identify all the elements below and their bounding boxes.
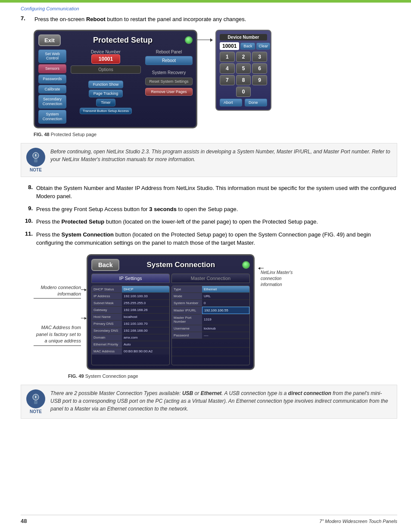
kp-bottom-row: Abort Done — [220, 99, 267, 106]
kp-key-4[interactable]: 4 — [220, 63, 235, 74]
sc-row-gateway: Gateway 192.168.168.26 — [92, 307, 169, 314]
tab-master-connection[interactable]: Master Connection — [171, 274, 250, 283]
kp-key-6[interactable]: 6 — [252, 63, 267, 74]
kp-key-1[interactable]: 1 — [220, 52, 235, 62]
kp-key-5[interactable]: 5 — [236, 63, 251, 74]
tab-ip-settings[interactable]: IP Settings — [91, 274, 170, 283]
sidebar-calibrate[interactable]: Calibrate — [38, 85, 66, 94]
sidebar-secondary[interactable]: Secondary Connection — [38, 95, 66, 109]
sc-header: Back System Connection — [91, 259, 250, 271]
sc-label-secdns: Secondary DNS — [92, 327, 122, 334]
step-9-text: Press the grey Front Setup Access button… — [36, 205, 238, 214]
modero-label-block: Modero connection information — [34, 284, 81, 299]
ps-timer[interactable]: Timer — [96, 99, 115, 106]
arrow-head — [210, 38, 213, 42]
sc-tabs: IP Settings Master Connection — [91, 274, 250, 283]
sc-label-sysnum: System Number — [172, 300, 202, 306]
sc-row-empty1 — [172, 339, 249, 348]
ps-page-tracking[interactable]: Page Tracking — [89, 90, 123, 97]
sc-label-hostname: Host Name — [92, 314, 122, 320]
step-8-num: 8. — [21, 184, 33, 190]
kp-key-7[interactable]: 7 — [220, 75, 235, 85]
sc-row-username: Username locknub — [172, 325, 249, 332]
sc-label-ip: IP Address — [92, 293, 122, 299]
ps-title: Protected Setup — [64, 36, 181, 45]
kp-back-btn[interactable]: Back — [240, 43, 255, 50]
ps-remove-user[interactable]: Remove User Pages — [145, 88, 193, 96]
sc-value-masterip: 192.100.100.55 — [202, 307, 249, 314]
protected-setup-panel: Exit Protected Setup Set Web Control Sen… — [34, 30, 197, 128]
note-text-1: Before continuing, open NetLinx Studio 2… — [50, 148, 392, 172]
step-11: 11. Press the System Connection button (… — [21, 230, 397, 247]
sc-title: System Connection — [123, 261, 239, 269]
netlinx-label: NetLinx Master's connection information — [258, 270, 302, 288]
note-icon-1 — [26, 148, 45, 167]
note-box-2: NOTE There are 2 possible Master Connect… — [21, 385, 397, 419]
footer-page-num: 48 — [21, 518, 27, 524]
kp-key-2[interactable]: 2 — [236, 52, 251, 62]
sc-label-domain: Domain — [92, 334, 122, 341]
sidebar-set-web[interactable]: Set Web Control — [38, 50, 66, 63]
note2-svg-icon — [30, 393, 42, 405]
sc-row-type: Type Ethernet — [172, 286, 249, 293]
ps-reboot-label: Reboot Panel — [145, 50, 193, 54]
kp-key-3[interactable]: 3 — [252, 52, 267, 62]
sc-label-username: Username — [172, 325, 202, 332]
sc-back-button[interactable]: Back — [91, 259, 119, 271]
kp-key-9[interactable]: 9 — [252, 75, 267, 85]
modero-label-line — [34, 298, 81, 299]
ps-exit-button[interactable]: Exit — [38, 34, 61, 46]
left-arrows — [81, 254, 87, 337]
sc-row-primarydns: Primary DNS 192.100.100.70 — [92, 320, 169, 327]
step-9-num: 9. — [21, 205, 33, 212]
sc-labels-left: Modero connection information MAC Addres… — [34, 254, 81, 346]
ps-options[interactable]: Options — [71, 65, 141, 74]
kp-done-btn[interactable]: Done — [245, 99, 267, 106]
sc-ip-settings: DHCP Status DHCP IP Address 192.100.100.… — [91, 286, 170, 365]
ps-reboot-btn[interactable]: Reboot — [145, 56, 193, 65]
step-9: 9. Press the grey Front Setup Access but… — [21, 205, 397, 214]
ps-sysrec-label: System Recovery — [145, 70, 193, 75]
ps-transmit[interactable]: Transmit Button Setup Access — [80, 108, 132, 114]
ps-device-input[interactable]: 10001 — [91, 54, 120, 64]
kp-abort-btn[interactable]: Abort — [220, 99, 242, 106]
sc-row-password: Password ---- — [172, 332, 249, 339]
sc-label-primarydns: Primary DNS — [92, 320, 122, 327]
sc-row-dhcp: DHCP Status DHCP — [92, 286, 169, 293]
sc-row-masterport: Master Port Number 1319 — [172, 314, 249, 325]
arrow-to-keypad — [197, 38, 213, 42]
sc-label-password: Password — [172, 332, 202, 339]
kp-key-8[interactable]: 8 — [236, 75, 251, 85]
sc-label-masterip: Master IP/URL — [172, 307, 202, 314]
ps-functions: Function Show Page Tracking Timer Transm… — [71, 81, 141, 114]
ps-status-dot — [185, 36, 193, 44]
sc-value-hostname: localhost — [122, 314, 169, 320]
mac-label: MAC Address from panel is factory set to… — [34, 324, 81, 344]
fig49-caption: FIG. 49 System Connection page — [68, 373, 397, 379]
step-7: 7. Press the on-screen Reboot button to … — [21, 15, 397, 24]
steps-list: 8. Obtain the System Number and Master I… — [21, 184, 397, 247]
step-10-num: 10. — [21, 218, 33, 224]
footer-product: 7" Modero Widescreen Touch Panels — [319, 519, 397, 524]
ps-sidebar: Set Web Control Sensors Passwords Calibr… — [38, 50, 66, 124]
sc-value-mode: URL — [202, 293, 249, 299]
sc-row-masterip: Master IP/URL 192.100.100.55 — [172, 307, 249, 314]
kp-clear-btn[interactable]: Clear — [256, 43, 270, 50]
sc-value-secdns: 192.168.168.00 — [122, 327, 169, 334]
kp-key-0[interactable]: 0 — [236, 87, 251, 97]
ps-body: Set Web Control Sensors Passwords Calibr… — [38, 50, 193, 124]
sc-status-dot — [242, 261, 250, 269]
sc-row-empty3 — [172, 356, 249, 365]
sc-value-domain: amx.com — [122, 334, 169, 341]
sidebar-sensors[interactable]: Sensors — [38, 64, 66, 73]
top-bar — [0, 0, 411, 3]
system-connection-wrapper: Modero connection information MAC Addres… — [34, 254, 397, 370]
ps-reset-sys[interactable]: Reset System Settings — [145, 78, 193, 85]
protected-setup-screenshot: Exit Protected Setup Set Web Control Sen… — [34, 30, 397, 128]
sc-label-subnet: Subnet Mask — [92, 300, 122, 306]
page-footer: 48 7" Modero Widescreen Touch Panels — [21, 515, 397, 524]
sc-value-username: locknub — [202, 325, 249, 332]
ps-func-show[interactable]: Function Show — [88, 81, 124, 88]
sidebar-system[interactable]: System Connection — [38, 110, 66, 124]
sidebar-passwords[interactable]: Passwords — [38, 75, 66, 84]
